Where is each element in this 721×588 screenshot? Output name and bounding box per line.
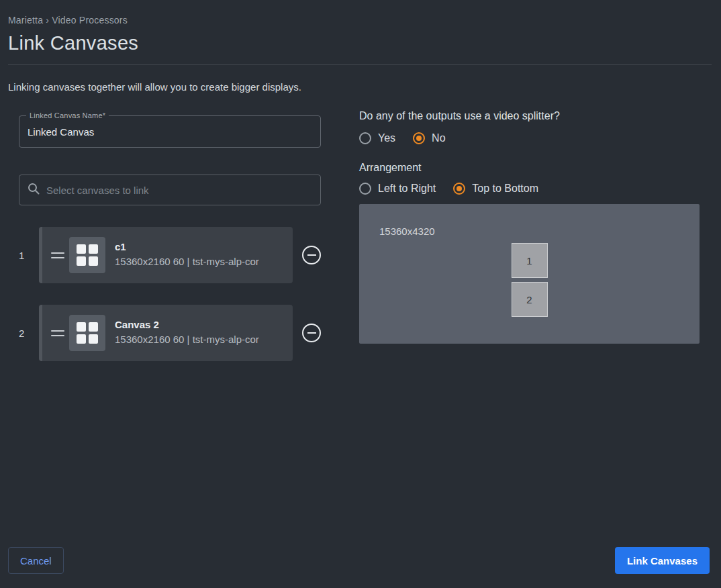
radio-left-to-right[interactable]: Left to Right <box>359 183 436 195</box>
name-field-label: Linked Canvas Name* <box>26 111 109 119</box>
canvas-details: 15360x2160 60 | tst-mys-alp-cor <box>115 254 259 269</box>
search-input[interactable] <box>46 185 312 196</box>
canvas-grid-icon <box>69 237 105 273</box>
splitter-question: Do any of the outputs use a video splitt… <box>359 110 700 122</box>
radio-no[interactable]: No <box>413 132 445 144</box>
canvas-texts: Canvas 2 15360x2160 60 | tst-mys-alp-cor <box>115 319 259 347</box>
search-icon <box>28 183 40 197</box>
canvas-name: Canvas 2 <box>115 319 259 330</box>
arrangement-label: Arrangement <box>359 162 700 174</box>
left-column: Linked Canvas Name* 1 c1 153 <box>19 115 321 361</box>
radio-label: Left to Right <box>378 183 436 195</box>
radio-yes[interactable]: Yes <box>359 132 395 144</box>
remove-canvas-button[interactable] <box>302 324 321 342</box>
canvas-details: 15360x2160 60 | tst-mys-alp-cor <box>115 332 259 347</box>
remove-canvas-button[interactable] <box>302 246 321 264</box>
radio-label: Yes <box>378 132 395 144</box>
required-marker: * <box>103 111 105 119</box>
linked-canvas-name-field[interactable]: Linked Canvas Name* <box>19 115 321 148</box>
drag-handle-icon[interactable] <box>46 330 69 336</box>
link-canvases-button[interactable]: Link Canvases <box>615 547 710 574</box>
radio-icon <box>359 183 371 195</box>
radio-top-to-bottom[interactable]: Top to Bottom <box>453 183 538 195</box>
row-index: 1 <box>19 250 32 261</box>
page-title: Link Canvases <box>8 32 138 54</box>
minus-icon <box>307 254 316 256</box>
arrangement-options: Left to Right Top to Bottom <box>359 183 700 195</box>
list-item: 1 c1 15360x2160 60 | tst-mys-alp-cor <box>19 227 321 283</box>
cancel-button[interactable]: Cancel <box>8 547 64 574</box>
name-input[interactable] <box>28 126 312 138</box>
minus-icon <box>307 332 316 334</box>
canvas-search-field[interactable] <box>19 175 321 205</box>
canvas-card[interactable]: c1 15360x2160 60 | tst-mys-alp-cor <box>39 227 293 283</box>
canvas-name: c1 <box>115 241 259 252</box>
splitter-options: Yes No <box>359 132 700 144</box>
list-item: 2 Canvas 2 15360x2160 60 | tst-mys-alp-c… <box>19 305 321 361</box>
radio-icon <box>413 132 425 144</box>
radio-label: No <box>432 132 445 144</box>
preview-tile-2: 2 <box>512 282 548 317</box>
right-column: Do any of the outputs use a video splitt… <box>359 110 700 344</box>
radio-label: Top to Bottom <box>472 183 538 195</box>
radio-icon <box>453 183 465 195</box>
row-index: 2 <box>19 328 32 339</box>
arrangement-preview: 15360x4320 1 2 <box>359 204 700 344</box>
preview-tile-1: 1 <box>512 243 548 278</box>
preview-resolution: 15360x4320 <box>379 226 435 237</box>
canvas-card[interactable]: Canvas 2 15360x2160 60 | tst-mys-alp-cor <box>39 305 293 361</box>
canvas-texts: c1 15360x2160 60 | tst-mys-alp-cor <box>115 241 259 269</box>
divider <box>8 64 712 65</box>
breadcrumb[interactable]: Marietta › Video Processors <box>8 15 128 26</box>
drag-handle-icon[interactable] <box>46 252 69 258</box>
tile-stack: 1 2 <box>512 243 548 317</box>
radio-icon <box>359 132 371 144</box>
page-subtitle: Linking canvases together will allow you… <box>8 81 301 93</box>
canvas-grid-icon <box>69 315 105 351</box>
selected-canvas-list: 1 c1 15360x2160 60 | tst-mys-alp-cor 2 <box>19 227 321 361</box>
